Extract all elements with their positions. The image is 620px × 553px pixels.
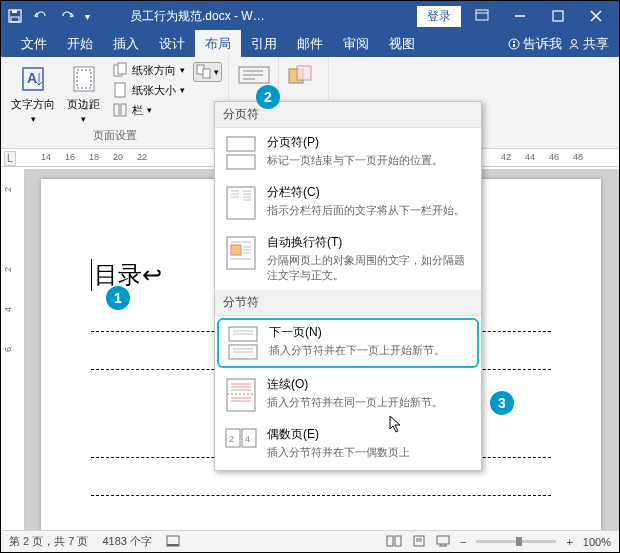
qat-dropdown-icon[interactable]: ▾ [85, 11, 90, 22]
close-icon[interactable] [579, 2, 613, 30]
zoom-slider[interactable] [476, 540, 556, 543]
minimize-icon[interactable] [503, 2, 537, 30]
tab-layout[interactable]: 布局 [195, 30, 241, 58]
columns-button[interactable]: 栏▾ [108, 101, 189, 119]
svg-rect-9 [513, 41, 515, 43]
menu-item-desc: 插入分节符并在同一页上开始新节。 [267, 395, 473, 410]
document-title: 员工行为规范.docx - W… [130, 8, 417, 25]
vertical-ruler[interactable]: 2 2 4 6 [1, 169, 25, 530]
svg-rect-19 [114, 104, 119, 116]
statusbar: 第 2 页，共 7 页 4183 个字 − + 100% [1, 530, 619, 552]
text-direction-button[interactable]: A 文字方向 ▾ [7, 61, 59, 126]
svg-rect-29 [227, 137, 255, 151]
breaks-button[interactable]: ▾ [193, 62, 222, 82]
zoom-in-icon[interactable]: + [566, 536, 572, 548]
margins-label: 页边距 [67, 97, 100, 112]
ribbon-options-icon[interactable] [465, 2, 499, 30]
ruler-mark: 46 [549, 152, 559, 162]
svg-rect-28 [297, 66, 311, 80]
vruler-mark: 2 [3, 187, 13, 192]
margins-icon [68, 63, 100, 95]
menu-item-even-page[interactable]: 24 偶数页(E) 插入分节符并在下一偶数页上 [215, 420, 481, 470]
columns-label: 栏 [132, 103, 143, 118]
tab-file[interactable]: 文件 [11, 30, 57, 58]
svg-rect-22 [203, 69, 210, 78]
redo-icon[interactable] [59, 8, 75, 24]
menu-item-title: 分栏符(C) [267, 184, 473, 201]
tab-home[interactable]: 开始 [57, 30, 103, 58]
svg-rect-31 [227, 187, 255, 219]
svg-rect-20 [121, 104, 126, 116]
size-button[interactable]: 纸张大小▾ [108, 81, 189, 99]
login-button[interactable]: 登录 [417, 6, 461, 27]
menu-item-title: 下一页(N) [269, 324, 471, 341]
tell-me-label: 告诉我 [523, 35, 562, 53]
ruler-mark: 14 [41, 152, 51, 162]
svg-point-11 [572, 40, 577, 45]
indent-icon[interactable] [235, 65, 272, 87]
word-count[interactable]: 4183 个字 [102, 534, 152, 549]
menu-item-page-break[interactable]: 分页符(P) 标记一页结束与下一页开始的位置。 [215, 128, 481, 178]
svg-rect-3 [476, 10, 488, 20]
dropdown-section-section-breaks: 分节符 [215, 290, 481, 316]
orientation-button[interactable]: 纸张方向▾ [108, 61, 189, 79]
menu-item-title: 自动换行符(T) [267, 234, 473, 251]
menu-item-desc: 插入分节符并在下一偶数页上 [267, 445, 473, 460]
tab-references[interactable]: 引用 [241, 30, 287, 58]
tab-review[interactable]: 审阅 [333, 30, 379, 58]
ruler-mark: 48 [573, 152, 583, 162]
page-count[interactable]: 第 2 页，共 7 页 [9, 534, 88, 549]
callout-badge-1: 1 [106, 286, 130, 310]
chevron-down-icon: ▾ [31, 114, 36, 124]
svg-rect-65 [387, 536, 393, 546]
svg-rect-2 [12, 10, 17, 13]
view-print-icon[interactable] [412, 535, 426, 549]
menu-item-title: 连续(O) [267, 376, 473, 393]
svg-text:A: A [27, 70, 37, 86]
tab-mailings[interactable]: 邮件 [287, 30, 333, 58]
ruler-mark: 16 [65, 152, 75, 162]
menu-item-next-page[interactable]: 下一页(N) 插入分节符并在下一页上开始新节。 [217, 318, 479, 368]
save-icon[interactable] [7, 8, 23, 24]
view-read-icon[interactable] [386, 535, 402, 549]
ruler-mark: 18 [89, 152, 99, 162]
language-icon[interactable] [166, 535, 180, 549]
zoom-out-icon[interactable]: − [460, 536, 466, 548]
tab-design[interactable]: 设计 [149, 30, 195, 58]
ruler-mark: 20 [113, 152, 123, 162]
svg-rect-64 [167, 544, 179, 546]
vruler-mark: 4 [3, 307, 13, 312]
zoom-level[interactable]: 100% [583, 536, 611, 548]
tell-me-icon[interactable]: 告诉我 [508, 35, 562, 53]
margins-button[interactable]: 页边距 ▾ [63, 61, 104, 126]
share-button[interactable]: 共享 [568, 35, 609, 53]
svg-rect-41 [231, 245, 241, 255]
view-web-icon[interactable] [436, 535, 450, 549]
vruler-mark: 6 [3, 347, 13, 352]
column-break-icon [223, 184, 259, 222]
menu-item-desc: 指示分栏符后面的文字将从下一栏开始。 [267, 203, 473, 218]
ribbon-tabs: 文件 开始 插入 设计 布局 引用 邮件 审阅 视图 告诉我 共享 [1, 31, 619, 57]
tab-view[interactable]: 视图 [379, 30, 425, 58]
menu-item-continuous[interactable]: 连续(O) 插入分节符并在同一页上开始新节。 [215, 370, 481, 420]
svg-rect-10 [513, 44, 515, 47]
continuous-icon [223, 376, 259, 414]
callout-badge-2: 2 [256, 85, 280, 109]
tab-insert[interactable]: 插入 [103, 30, 149, 58]
text-direction-label: 文字方向 [11, 97, 55, 112]
menu-item-desc: 插入分节符并在下一页上开始新节。 [269, 343, 471, 358]
undo-icon[interactable] [33, 8, 49, 24]
svg-rect-66 [395, 536, 401, 546]
svg-rect-70 [437, 536, 449, 544]
arrange-icon[interactable] [285, 65, 317, 87]
menu-item-text-wrapping[interactable]: 自动换行符(T) 分隔网页上的对象周围的文字，如分隔题注文字与正文。 [215, 228, 481, 290]
menu-item-column-break[interactable]: 分栏符(C) 指示分栏符后面的文字将从下一栏开始。 [215, 178, 481, 228]
toc-heading: 目录↩ [91, 259, 162, 291]
ruler-mark: 42 [501, 152, 511, 162]
maximize-icon[interactable] [541, 2, 575, 30]
chevron-down-icon: ▾ [81, 114, 86, 124]
ruler-mark: 22 [137, 152, 147, 162]
breaks-dropdown: 分页符 分页符(P) 标记一页结束与下一页开始的位置。 分栏符(C) 指示分栏符… [214, 101, 482, 471]
svg-rect-18 [115, 83, 125, 97]
even-page-icon: 24 [223, 426, 259, 464]
